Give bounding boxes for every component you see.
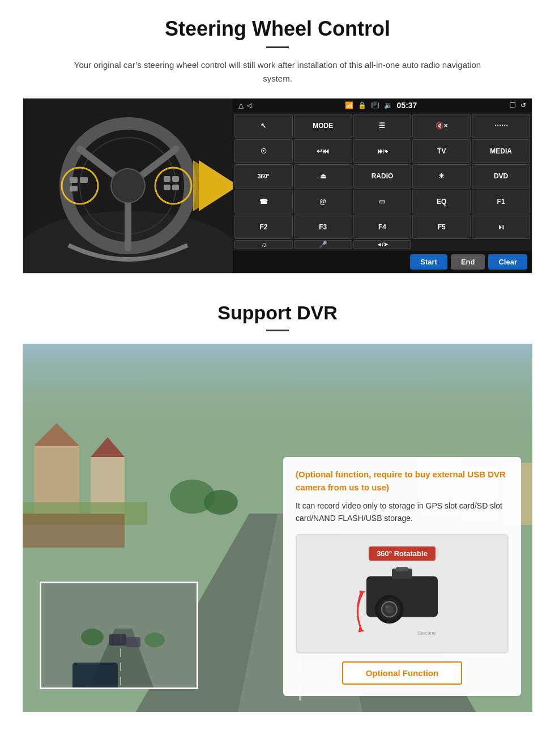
dvr-section: Support DVR [0,285,555,723]
apps-btn[interactable]: ⋯⋯ [472,114,530,138]
svg-point-7 [111,169,145,203]
window-icon: ❐ [510,101,516,109]
menu-btn[interactable]: ☰ [353,114,412,138]
next-btn[interactable]: ⏭↪ [353,139,412,164]
camera-visual: Seicane [351,567,453,641]
camera-badge: 360° Rotatable [369,546,436,561]
optional-text: (Optional function, require to buy exter… [296,468,509,494]
home-icon: △ [238,101,244,109]
svg-rect-16 [172,185,179,190]
svg-point-44 [144,633,165,647]
svg-rect-42 [126,637,140,647]
dvr-demo-container: (Optional function, require to buy exter… [23,344,532,712]
end-button[interactable]: End [451,254,485,270]
f2-btn[interactable]: F2 [234,215,293,239]
phone-btn[interactable]: ☎ [234,190,293,214]
title-divider [266,46,289,48]
svg-rect-14 [172,176,179,182]
svg-rect-10 [70,177,78,183]
display-btn[interactable]: ▭ [353,190,412,214]
nav-btn[interactable]: ↖ [234,114,293,138]
svg-rect-11 [70,186,78,191]
svg-rect-37 [23,344,532,446]
eq-btn[interactable]: EQ [412,190,471,214]
status-right-icons: ❐ ↺ [510,101,526,109]
svg-point-53 [385,605,388,608]
f1-btn[interactable]: F1 [472,190,530,214]
svg-text:Seicane: Seicane [417,630,436,636]
eject-btn[interactable]: ⏏ [294,164,352,189]
steering-wheel-section: Steering Wheel Control Your original car… [0,0,555,285]
music-btn[interactable]: ♫ [234,240,293,249]
radio-bottom-bar: Start End Clear [233,251,532,273]
audio-icon: 🔉 [384,101,392,109]
playpause-btn[interactable]: ⏯ [472,215,530,239]
dvr-camera-box: 360° Rotatable [296,534,509,654]
svg-rect-45 [72,663,118,689]
lock-icon: 🔒 [358,101,366,109]
wifi-icon: 📶 [345,101,353,109]
tv-btn[interactable]: TV [412,139,471,164]
svg-rect-48 [396,567,408,571]
radio-btn[interactable]: RADIO [353,164,412,189]
steering-wheel-image [23,99,233,273]
svg-point-43 [81,629,104,646]
360-btn[interactable]: 360° [234,164,293,189]
subtitle-text: Your original car’s steering wheel contr… [62,58,493,86]
brightness-btn[interactable]: ☀ [412,164,471,189]
prev-btn[interactable]: ↩⏮ [294,139,352,164]
clear-button[interactable]: Clear [488,254,527,270]
status-center: 📶 🔒 📳 🔉 05:37 [345,101,417,110]
mute-btn[interactable]: 🔇× [412,114,471,138]
dvr-info-panel: (Optional function, require to buy exter… [283,457,521,696]
status-left-icons: △ ◁ [238,101,252,109]
page-title: Steering Wheel Control [23,17,532,41]
start-button[interactable]: Start [410,254,447,270]
volume-lr-btn[interactable]: ◄/➤ [353,240,412,249]
radio-button-grid: ↖ MODE ☰ 🔇× ⋯⋯ ☉ ↩⏮ ⏭↪ TV MEDIA 360° ⏏ R… [233,112,532,251]
settings-btn[interactable]: ☉ [234,139,293,164]
mic-btn[interactable]: 🎤 [294,240,352,249]
radio-status-bar: △ ◁ 📶 🔒 📳 🔉 05:37 ❐ ↺ [233,99,532,112]
time-display: 05:37 [397,101,417,110]
f3-btn[interactable]: F3 [294,215,352,239]
svg-point-28 [204,490,238,515]
sim-icon: 📳 [371,101,379,109]
f5-btn[interactable]: F5 [412,215,471,239]
radio-ui-panel: △ ◁ 📶 🔒 📳 🔉 05:37 ❐ ↺ ↖ [233,99,532,273]
dvr-divider [266,330,289,331]
steering-demo-container: △ ◁ 📶 🔒 📳 🔉 05:37 ❐ ↺ ↖ [23,98,532,274]
dvd-btn[interactable]: DVD [472,164,530,189]
svg-rect-41 [109,634,126,646]
dvr-title: Support DVR [23,302,532,324]
nav-icon: ◁ [247,101,252,109]
media-btn[interactable]: MEDIA [472,139,530,164]
back-icon: ↺ [520,101,526,109]
svg-rect-12 [80,177,88,183]
svg-rect-15 [164,185,170,190]
f4-btn[interactable]: F4 [353,215,412,239]
browser-btn[interactable]: @ [294,190,352,214]
empty-spacer [412,240,530,249]
svg-rect-13 [164,176,170,182]
dvr-inset-image [40,582,198,689]
optional-function-button[interactable]: Optional Function [342,661,462,685]
description-text: It can record video only to storage in G… [296,499,509,525]
mode-btn[interactable]: MODE [294,114,352,138]
svg-rect-33 [23,514,125,548]
